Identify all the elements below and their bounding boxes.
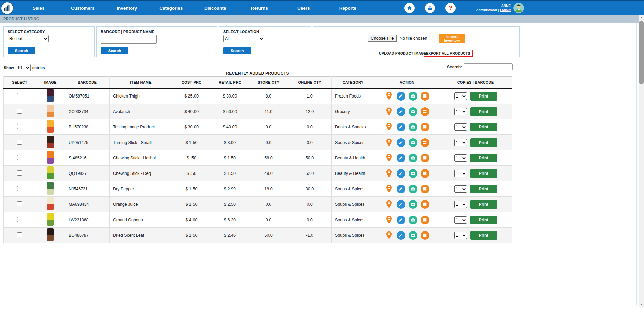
category-select[interactable]: Recent bbox=[8, 35, 49, 42]
edit-pencil-icon[interactable] bbox=[397, 123, 405, 131]
barcode-grid-icon[interactable] bbox=[421, 138, 429, 147]
location-pin-icon[interactable] bbox=[385, 138, 393, 147]
copies-select[interactable]: 1 bbox=[454, 108, 467, 115]
barcode-grid-icon[interactable] bbox=[421, 123, 429, 131]
copies-select[interactable]: 1 bbox=[454, 201, 467, 208]
row-checkbox[interactable] bbox=[17, 201, 22, 206]
location-pin-icon[interactable] bbox=[385, 169, 393, 178]
nav-item-users[interactable]: Users bbox=[282, 6, 326, 11]
edit-pencil-icon[interactable] bbox=[397, 216, 405, 224]
app-logo[interactable] bbox=[1, 2, 14, 15]
nav-item-customers[interactable]: Customers bbox=[61, 6, 105, 11]
row-checkbox[interactable] bbox=[17, 217, 22, 222]
nav-item-reports[interactable]: Reports bbox=[326, 6, 370, 11]
edit-pencil-icon[interactable] bbox=[397, 154, 405, 162]
nav-item-returns[interactable]: Returns bbox=[238, 6, 282, 11]
copies-select[interactable]: 1 bbox=[454, 123, 467, 131]
upload-product-images-link[interactable]: UPLOAD PRODUCT IMAGES bbox=[379, 51, 429, 55]
copies-select[interactable]: 1 bbox=[454, 92, 467, 100]
edit-pencil-icon[interactable] bbox=[397, 107, 405, 116]
location-search-button[interactable]: Search bbox=[223, 47, 251, 54]
copies-select[interactable]: 1 bbox=[454, 216, 467, 224]
table-search-input[interactable] bbox=[464, 63, 513, 70]
camera-icon[interactable] bbox=[409, 169, 417, 178]
location-select[interactable]: All bbox=[223, 35, 264, 42]
location-pin-icon[interactable] bbox=[385, 216, 393, 224]
barcode-grid-icon[interactable] bbox=[421, 107, 429, 116]
print-button[interactable]: Print bbox=[470, 123, 497, 131]
barcode-grid-icon[interactable] bbox=[421, 92, 429, 101]
row-checkbox[interactable] bbox=[17, 155, 22, 160]
print-button[interactable]: Print bbox=[470, 107, 497, 116]
edit-pencil-icon[interactable] bbox=[397, 200, 405, 209]
logout-link[interactable]: Logout bbox=[500, 8, 511, 12]
edit-pencil-icon[interactable] bbox=[397, 169, 405, 178]
edit-pencil-icon[interactable] bbox=[397, 92, 405, 101]
location-pin-icon[interactable] bbox=[385, 92, 393, 101]
camera-icon[interactable] bbox=[409, 123, 417, 131]
nav-item-inventory[interactable]: Inventory bbox=[105, 6, 149, 11]
print-button[interactable]: Print bbox=[470, 216, 497, 224]
scroll-up-arrow-icon[interactable]: ▲ bbox=[639, 15, 644, 20]
row-checkbox[interactable] bbox=[17, 186, 22, 191]
barcode-grid-icon[interactable] bbox=[421, 169, 429, 178]
choose-file-button[interactable]: Choose File bbox=[368, 35, 397, 42]
row-checkbox[interactable] bbox=[17, 93, 22, 98]
user-avatar[interactable] bbox=[513, 3, 524, 13]
row-checkbox[interactable] bbox=[17, 109, 22, 114]
edit-pencil-icon[interactable] bbox=[397, 231, 405, 240]
copies-select[interactable]: 1 bbox=[454, 139, 467, 146]
location-pin-icon[interactable] bbox=[385, 123, 393, 131]
print-button[interactable]: Print bbox=[470, 138, 497, 147]
camera-icon[interactable] bbox=[409, 216, 417, 224]
entries-select[interactable]: 10 bbox=[16, 64, 31, 71]
row-checkbox[interactable] bbox=[17, 170, 22, 176]
import-inventory-button[interactable]: Import Inventory bbox=[439, 34, 465, 43]
camera-icon[interactable] bbox=[409, 200, 417, 209]
copies-select[interactable]: 1 bbox=[454, 185, 467, 193]
location-pin-icon[interactable] bbox=[385, 154, 393, 162]
barcode-grid-icon[interactable] bbox=[421, 185, 429, 193]
nav-item-categories[interactable]: Categories bbox=[149, 6, 194, 11]
edit-pencil-icon[interactable] bbox=[397, 138, 405, 147]
barcode-search-button[interactable]: Search bbox=[101, 47, 128, 54]
barcode-grid-icon[interactable] bbox=[421, 154, 429, 162]
row-checkbox[interactable] bbox=[17, 232, 22, 237]
nav-item-discounts[interactable]: Discounts bbox=[193, 6, 238, 11]
camera-icon[interactable] bbox=[409, 154, 417, 162]
camera-icon[interactable] bbox=[409, 92, 417, 101]
row-checkbox[interactable] bbox=[17, 140, 22, 145]
copies-select[interactable]: 1 bbox=[454, 232, 467, 239]
location-pin-icon[interactable] bbox=[385, 107, 393, 116]
scroll-down-arrow-icon[interactable]: ▼ bbox=[639, 302, 644, 307]
print-button[interactable]: Print bbox=[470, 169, 497, 178]
row-checkbox[interactable] bbox=[17, 124, 22, 129]
category-search-button[interactable]: Search bbox=[8, 47, 35, 54]
location-pin-icon[interactable] bbox=[385, 231, 393, 240]
location-pin-icon[interactable] bbox=[385, 185, 393, 193]
edit-pencil-icon[interactable] bbox=[397, 185, 405, 193]
barcode-grid-icon[interactable] bbox=[421, 200, 429, 209]
barcode-grid-icon[interactable] bbox=[421, 216, 429, 224]
lock-icon[interactable] bbox=[425, 3, 435, 13]
print-button[interactable]: Print bbox=[470, 185, 497, 193]
copies-select[interactable]: 1 bbox=[454, 170, 467, 177]
vertical-scrollbar[interactable]: ▲ ▼ bbox=[639, 15, 644, 307]
home-icon[interactable] bbox=[404, 3, 415, 13]
camera-icon[interactable] bbox=[409, 107, 417, 116]
print-button[interactable]: Print bbox=[470, 200, 497, 209]
print-button[interactable]: Print bbox=[470, 92, 497, 101]
export-all-products-link[interactable]: EXPORT ALL PRODUCTS bbox=[424, 50, 473, 57]
copies-select[interactable]: 1 bbox=[454, 154, 467, 162]
scrollbar-thumb[interactable] bbox=[639, 21, 644, 84]
camera-icon[interactable] bbox=[409, 231, 417, 240]
nav-item-sales[interactable]: Sales bbox=[16, 6, 61, 11]
help-icon[interactable]: ? bbox=[445, 3, 456, 13]
barcode-grid-icon[interactable] bbox=[421, 231, 429, 240]
location-pin-icon[interactable] bbox=[385, 200, 393, 209]
print-button[interactable]: Print bbox=[470, 231, 497, 240]
print-button[interactable]: Print bbox=[470, 154, 497, 162]
barcode-input[interactable] bbox=[101, 35, 157, 44]
camera-icon[interactable] bbox=[409, 138, 417, 147]
camera-icon[interactable] bbox=[409, 185, 417, 193]
